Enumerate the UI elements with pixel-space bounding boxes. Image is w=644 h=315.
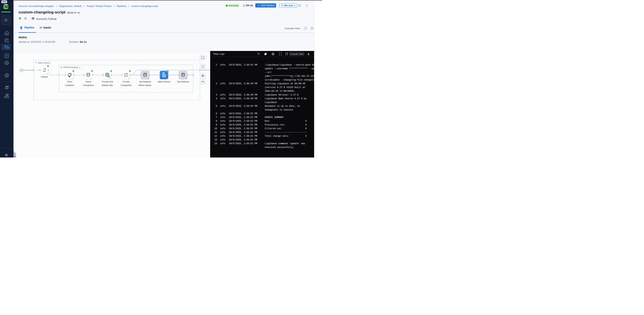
svg-text:?: ? — [6, 154, 7, 156]
